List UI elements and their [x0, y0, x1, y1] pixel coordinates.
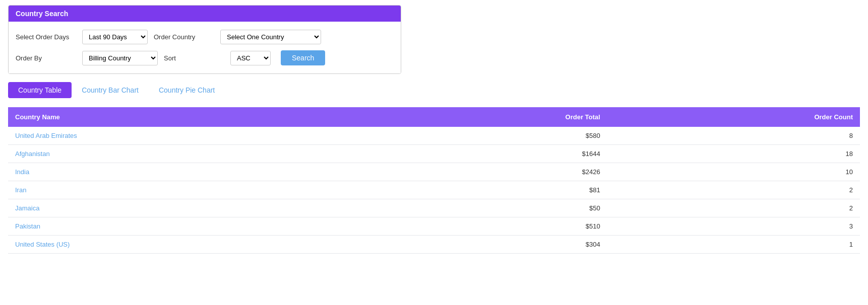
label-order-by: Order By: [16, 54, 76, 62]
cell-country-name: Jamaica: [8, 199, 373, 217]
tab-country-pie-chart[interactable]: Country Pie Chart: [149, 82, 225, 98]
tab-country-table[interactable]: Country Table: [8, 82, 72, 98]
label-order-country: Order Country: [154, 33, 214, 41]
country-name-link[interactable]: Afghanistan: [15, 150, 50, 158]
cell-order-count: 2: [607, 199, 860, 217]
country-table: Country Name Order Total Order Count Uni…: [8, 107, 860, 254]
cell-order-count: 3: [607, 217, 860, 236]
table-row: Iran$812: [8, 181, 860, 199]
cell-order-count: 8: [607, 127, 860, 145]
label-sort: Sort: [164, 54, 224, 62]
select-sort[interactable]: ASC DESC: [230, 51, 271, 65]
table-row: India$242610: [8, 163, 860, 181]
cell-country-name: India: [8, 163, 373, 181]
cell-country-name: Pakistan: [8, 217, 373, 236]
col-header-country-name: Country Name: [8, 107, 373, 127]
table-row: Afghanistan$164418: [8, 145, 860, 163]
country-name-link[interactable]: Jamaica: [15, 204, 39, 212]
cell-order-count: 18: [607, 145, 860, 163]
country-name-link[interactable]: United States (US): [15, 241, 70, 248]
country-name-link[interactable]: India: [15, 168, 29, 176]
tabs-bar: Country Table Country Bar Chart Country …: [8, 82, 860, 98]
select-order-by[interactable]: Billing Country Country Name Order Total…: [82, 51, 158, 65]
cell-order-total: $81: [373, 181, 607, 199]
search-panel-title: Country Search: [16, 10, 68, 18]
table-header: Country Name Order Total Order Count: [8, 107, 860, 127]
table-row: United States (US)$3041: [8, 236, 860, 254]
cell-country-name: United Arab Emirates: [8, 127, 373, 145]
cell-order-total: $304: [373, 236, 607, 254]
table-header-row: Country Name Order Total Order Count: [8, 107, 860, 127]
country-name-link[interactable]: Pakistan: [15, 222, 40, 230]
cell-country-name: Iran: [8, 181, 373, 199]
cell-order-total: $580: [373, 127, 607, 145]
select-order-country[interactable]: Select One Country United Arab Emirates …: [220, 30, 321, 44]
cell-order-count: 1: [607, 236, 860, 254]
tab-country-bar-chart[interactable]: Country Bar Chart: [72, 82, 149, 98]
select-order-days[interactable]: Last 90 Days Last 30 Days Last 7 Days Al…: [82, 30, 148, 44]
table-row: Jamaica$502: [8, 199, 860, 217]
page-container: Country Search Select Order Days Last 90…: [0, 0, 868, 259]
search-row-2: Order By Billing Country Country Name Or…: [16, 50, 394, 65]
cell-country-name: Afghanistan: [8, 145, 373, 163]
col-header-order-total: Order Total: [373, 107, 607, 127]
col-header-order-count: Order Count: [607, 107, 860, 127]
cell-order-count: 10: [607, 163, 860, 181]
cell-order-total: $1644: [373, 145, 607, 163]
country-name-link[interactable]: Iran: [15, 186, 26, 194]
cell-order-total: $2426: [373, 163, 607, 181]
search-panel-body: Select Order Days Last 90 Days Last 30 D…: [9, 22, 401, 73]
table-row: Pakistan$5103: [8, 217, 860, 236]
table-row: United Arab Emirates$5808: [8, 127, 860, 145]
search-row-1: Select Order Days Last 90 Days Last 30 D…: [16, 30, 394, 44]
cell-order-total: $50: [373, 199, 607, 217]
search-panel: Country Search Select Order Days Last 90…: [8, 5, 401, 74]
search-panel-header: Country Search: [9, 6, 401, 22]
cell-order-total: $510: [373, 217, 607, 236]
label-order-days: Select Order Days: [16, 33, 76, 41]
cell-country-name: United States (US): [8, 236, 373, 254]
cell-order-count: 2: [607, 181, 860, 199]
table-body: United Arab Emirates$5808Afghanistan$164…: [8, 127, 860, 254]
search-button[interactable]: Search: [281, 50, 325, 65]
country-name-link[interactable]: United Arab Emirates: [15, 132, 77, 139]
